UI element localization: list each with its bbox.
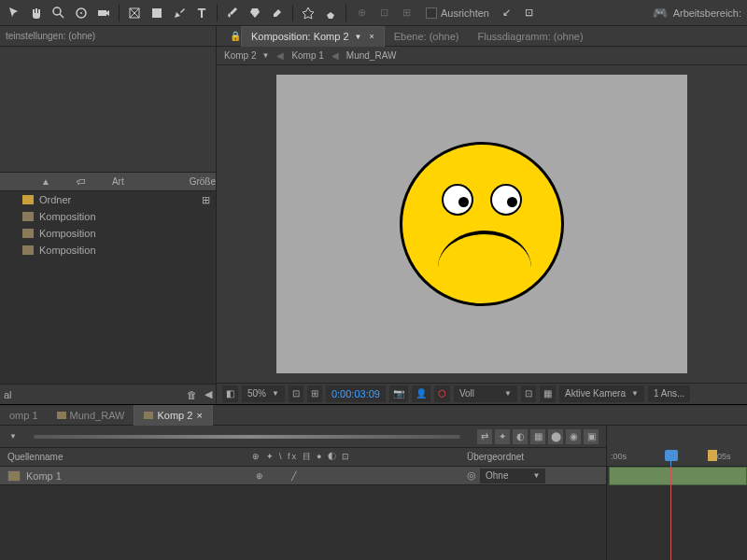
shy-icon[interactable]: ⇄ xyxy=(477,429,492,444)
region-icon[interactable]: ⊡ xyxy=(521,385,536,402)
snap-tool-icon[interactable]: ↙ xyxy=(497,3,517,23)
project-comp-item[interactable]: Komposition xyxy=(0,225,216,242)
channel-icon[interactable]: ⬡ xyxy=(434,385,450,402)
breadcrumb-item[interactable]: Komp 1 xyxy=(291,50,323,61)
layer-bar[interactable] xyxy=(609,467,747,485)
axis-tool-icon[interactable]: ⊕ xyxy=(351,3,372,23)
timeline-tab[interactable]: Komp 2× xyxy=(134,405,212,426)
tab-flowchart[interactable]: Flussdiagramm: (ohne) xyxy=(468,26,592,47)
switch-icon[interactable] xyxy=(336,469,351,483)
pen-tool-icon[interactable] xyxy=(169,3,190,23)
zoom-dropdown[interactable]: 50%▼ xyxy=(242,385,285,402)
composition-viewer[interactable] xyxy=(217,65,747,383)
views-dropdown[interactable]: 1 Ans... xyxy=(648,385,690,402)
composition-icon xyxy=(22,212,34,221)
breadcrumb-item[interactable]: Komp 2▼ xyxy=(224,50,269,61)
workspace-label[interactable]: Arbeitsbereich: xyxy=(673,7,741,19)
trash-icon[interactable]: 🗑 xyxy=(187,389,197,400)
snap2-tool-icon[interactable]: ⊡ xyxy=(519,3,540,23)
switch-icon[interactable]: ⊕ xyxy=(252,469,267,483)
zoom-slider[interactable] xyxy=(34,435,460,439)
folder-icon xyxy=(22,195,34,204)
shape-tool-icon[interactable] xyxy=(147,3,167,23)
selection-tool-icon[interactable] xyxy=(4,3,24,23)
layer-name[interactable]: Komp 1 xyxy=(0,470,252,482)
frame-blend-icon[interactable]: ✦ xyxy=(495,429,510,444)
lock-icon[interactable]: 🔒 xyxy=(230,31,241,41)
playhead-icon[interactable] xyxy=(665,450,678,461)
project-footer: al 🗑 ◀ xyxy=(0,384,216,404)
puppet-tool-icon[interactable] xyxy=(320,3,341,23)
project-comp-item[interactable]: Komposition xyxy=(0,242,216,259)
close-icon[interactable]: × xyxy=(196,410,202,421)
source-column[interactable]: Quellenname xyxy=(0,452,252,462)
scroll-left-icon[interactable]: ◀ xyxy=(204,388,212,400)
roto-tool-icon[interactable] xyxy=(298,3,318,23)
breadcrumb-item[interactable]: Mund_RAW xyxy=(346,50,397,61)
timeline-tracks[interactable]: :00s 05s xyxy=(607,426,747,560)
view-tool-icon[interactable]: ⊡ xyxy=(374,3,394,23)
project-folder-item[interactable]: Ordner⊞ xyxy=(0,191,216,208)
project-comp-item[interactable]: Komposition xyxy=(0,208,216,225)
project-columns: ▲ 🏷 Art Größe Fr xyxy=(0,173,216,191)
pickwhip-icon[interactable]: ◎ xyxy=(467,469,476,482)
resolution-icon[interactable]: ⊡ xyxy=(289,385,303,402)
composition-icon xyxy=(57,412,66,419)
switch-icon[interactable]: ╱ xyxy=(286,469,301,483)
zoom-tool-icon[interactable] xyxy=(49,3,69,23)
switch-icon[interactable] xyxy=(319,469,334,483)
show-snapshot-icon[interactable]: 👤 xyxy=(412,385,430,402)
timeline-layer-row[interactable]: Komp 1 ⊕ ╱ ◎ Ohne▼ xyxy=(0,467,606,485)
timeline-tab[interactable]: omp 1 xyxy=(0,405,48,426)
controller-icon[interactable]: 🎮 xyxy=(653,6,668,20)
camera-dropdown[interactable]: Aktive Kamera▼ xyxy=(559,385,644,402)
switch-icon[interactable] xyxy=(269,469,284,483)
align-checkbox[interactable]: Ausrichten xyxy=(426,7,489,19)
dropdown-icon[interactable]: ▼ xyxy=(9,432,17,441)
rotate-tool-icon[interactable] xyxy=(71,3,92,23)
eye-left xyxy=(442,184,473,216)
tab-composition[interactable]: Komposition: Komp 2▼× xyxy=(241,26,385,47)
timecode-display[interactable]: 0:00:03:09 xyxy=(326,385,386,402)
svg-point-2 xyxy=(80,12,82,14)
render-icon[interactable]: ▣ xyxy=(584,429,599,444)
flowchart-icon[interactable]: ⊞ xyxy=(202,194,210,206)
separator xyxy=(345,5,346,21)
draft-icon[interactable]: ◉ xyxy=(566,429,581,444)
3d-icon[interactable]: ⬤ xyxy=(548,429,563,444)
timeline-tab[interactable]: Mund_RAW xyxy=(48,405,134,426)
anchor-tool-icon[interactable] xyxy=(124,3,145,23)
tab-layer[interactable]: Ebene: (ohne) xyxy=(385,26,469,47)
hand-tool-icon[interactable] xyxy=(26,3,47,23)
snapshot-icon[interactable]: 📷 xyxy=(389,385,408,402)
composition-icon xyxy=(22,229,34,238)
checkbox-icon xyxy=(426,7,437,19)
switch-icon[interactable] xyxy=(303,469,317,483)
grid-tool-icon[interactable]: ⊞ xyxy=(396,3,416,23)
clone-tool-icon[interactable] xyxy=(245,3,265,23)
motion-blur-icon[interactable]: ◐ xyxy=(513,429,528,444)
project-list[interactable]: Ordner⊞ Komposition Komposition Komposit… xyxy=(0,191,216,384)
alpha-icon[interactable]: ◧ xyxy=(222,385,238,402)
track-area[interactable] xyxy=(607,467,747,560)
dropdown-icon: ▼ xyxy=(355,33,362,41)
separator xyxy=(217,5,218,21)
graph-icon[interactable]: ▦ xyxy=(530,429,545,444)
project-panel: teinstellungen: (ohne) ▲ 🏷 Art Größe Fr … xyxy=(0,26,217,404)
camera-tool-icon[interactable] xyxy=(93,3,114,23)
time-ruler[interactable]: :00s 05s xyxy=(607,426,747,467)
align-label: Ausrichten xyxy=(441,7,489,19)
eye-right xyxy=(490,184,522,216)
current-time-indicator[interactable] xyxy=(670,467,671,560)
parent-column[interactable]: Übergeordnet xyxy=(467,452,588,462)
svg-rect-5 xyxy=(152,8,162,18)
close-icon[interactable]: × xyxy=(369,32,374,41)
transparency-icon[interactable]: ▦ xyxy=(540,385,556,402)
parent-dropdown[interactable]: Ohne▼ xyxy=(480,469,545,483)
marker-icon[interactable] xyxy=(708,450,717,461)
eraser-tool-icon[interactable] xyxy=(267,3,288,23)
resolution-dropdown[interactable]: Voll▼ xyxy=(454,385,517,402)
grid-icon[interactable]: ⊞ xyxy=(307,385,322,402)
text-tool-icon[interactable]: T xyxy=(191,3,212,23)
brush-tool-icon[interactable] xyxy=(222,3,243,23)
